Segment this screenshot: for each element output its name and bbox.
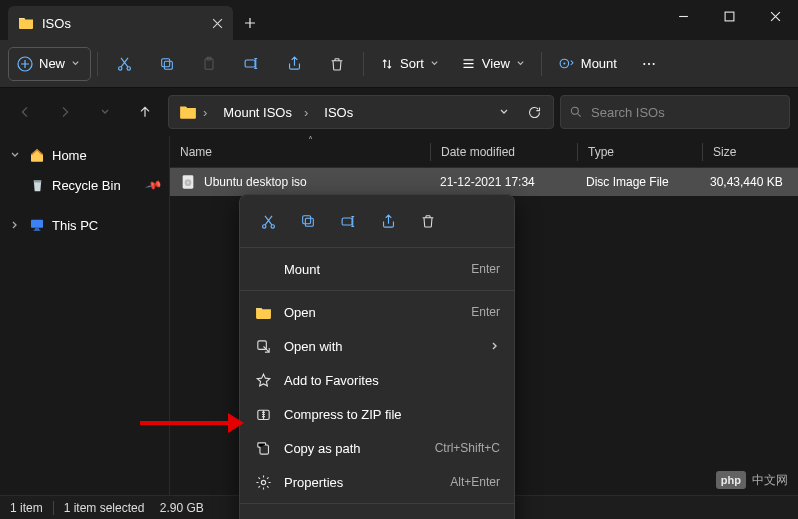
chevron-down-icon [516,59,525,68]
disc-file-icon [180,174,196,190]
tab-active[interactable]: ISOs [8,6,233,40]
svg-rect-23 [305,218,313,226]
file-size: 30,43,440 KB [700,175,798,189]
minimize-button[interactable] [660,0,706,32]
annotation-arrow [140,421,240,425]
recent-button[interactable] [88,95,122,129]
svg-rect-16 [35,228,39,229]
svg-point-12 [648,62,650,64]
ctx-open[interactable]: Open Enter [240,295,514,329]
ctx-cut-button[interactable] [250,205,286,237]
ctx-mount[interactable]: Mount Enter [240,252,514,286]
toolbar: New Sort View Mount [0,40,798,88]
copy-path-icon [254,440,272,457]
sort-indicator-icon: ˄ [308,135,313,146]
properties-icon [254,474,272,491]
mount-button[interactable]: Mount [548,47,627,81]
view-button[interactable]: View [451,47,535,81]
paste-button[interactable] [189,47,229,81]
close-button[interactable] [752,0,798,32]
window-controls [660,0,798,32]
column-name[interactable]: Name [170,145,430,159]
new-button[interactable]: New [8,47,91,81]
home-icon [28,147,46,163]
sidebar-label: Recycle Bin [52,178,121,193]
sort-label: Sort [400,56,424,71]
zip-icon [254,406,272,423]
tab-title: ISOs [42,16,71,31]
monitor-icon [28,217,46,233]
chevron-down-icon [430,59,439,68]
rename-button[interactable] [231,47,272,81]
more-button[interactable] [629,47,669,81]
ctx-rename-button[interactable] [330,205,366,237]
open-with-icon [254,338,272,355]
svg-point-3 [127,67,130,70]
sidebar: Home Recycle Bin 📌 This PC [0,136,170,495]
ctx-more-options[interactable]: Show more options Shift+F10 [240,508,514,519]
address-bar[interactable]: › Mount ISOs› ISOs [168,95,554,129]
forward-button[interactable] [48,95,82,129]
sort-button[interactable]: Sort [370,47,449,81]
column-date[interactable]: Date modified [431,145,577,159]
up-button[interactable] [128,95,162,129]
svg-rect-8 [245,60,255,67]
watermark-tag: php [716,471,746,489]
plus-circle-icon [17,56,33,72]
sidebar-item-recycle[interactable]: Recycle Bin 📌 [0,170,169,200]
breadcrumb-item[interactable]: ISOs [318,101,359,124]
ctx-delete-button[interactable] [410,205,446,237]
delete-button[interactable] [317,47,357,81]
cut-button[interactable] [104,47,145,81]
svg-point-14 [571,107,578,114]
sidebar-item-home[interactable]: Home [0,140,169,170]
ctx-favorites[interactable]: Add to Favorites [240,363,514,397]
ctx-properties[interactable]: Properties Alt+Enter [240,465,514,499]
copy-button[interactable] [147,47,187,81]
divider [97,52,98,76]
ctx-copy-path[interactable]: Copy as path Ctrl+Shift+C [240,431,514,465]
ctx-copy-button[interactable] [290,205,326,237]
svg-rect-24 [303,216,311,224]
maximize-button[interactable] [706,0,752,32]
context-menu: Mount Enter Open Enter Open with Add to … [239,194,515,519]
column-type[interactable]: Type [578,145,702,159]
pin-icon: 📌 [145,176,164,194]
svg-rect-5 [162,58,170,66]
file-row[interactable]: Ubuntu desktop iso 21-12-2021 17:34 Disc… [170,168,798,196]
ctx-compress[interactable]: Compress to ZIP file [240,397,514,431]
svg-point-13 [653,62,655,64]
sort-icon [380,57,394,71]
address-row: › Mount ISOs› ISOs [0,88,798,136]
share-button[interactable] [274,47,315,81]
tab-close-button[interactable] [212,18,223,29]
file-name: Ubuntu desktop iso [204,175,307,189]
breadcrumb-root-icon[interactable]: › [173,99,215,125]
svg-point-10 [563,62,565,64]
chevron-right-icon [490,341,500,351]
refresh-button[interactable] [519,97,549,127]
breadcrumb-item[interactable]: Mount ISOs› [217,101,316,124]
svg-rect-15 [31,220,43,228]
svg-point-11 [643,62,645,64]
sidebar-label: This PC [52,218,98,233]
search-icon [569,105,583,119]
folder-icon [18,15,34,31]
disc-mount-icon [558,55,575,72]
titlebar: ISOs [0,0,798,40]
ctx-share-button[interactable] [370,205,406,237]
folder-open-icon [254,304,272,321]
search-box[interactable] [560,95,790,129]
sidebar-item-thispc[interactable]: This PC [0,210,169,240]
back-button[interactable] [8,95,42,129]
new-tab-button[interactable] [233,6,267,40]
recycle-bin-icon [28,178,46,193]
search-input[interactable] [591,105,781,120]
column-size[interactable]: Size [703,145,798,159]
list-icon [461,56,476,71]
svg-point-22 [271,224,274,227]
history-dropdown-button[interactable] [489,97,519,127]
divider [541,52,542,76]
svg-point-20 [187,182,189,184]
ctx-open-with[interactable]: Open with [240,329,514,363]
